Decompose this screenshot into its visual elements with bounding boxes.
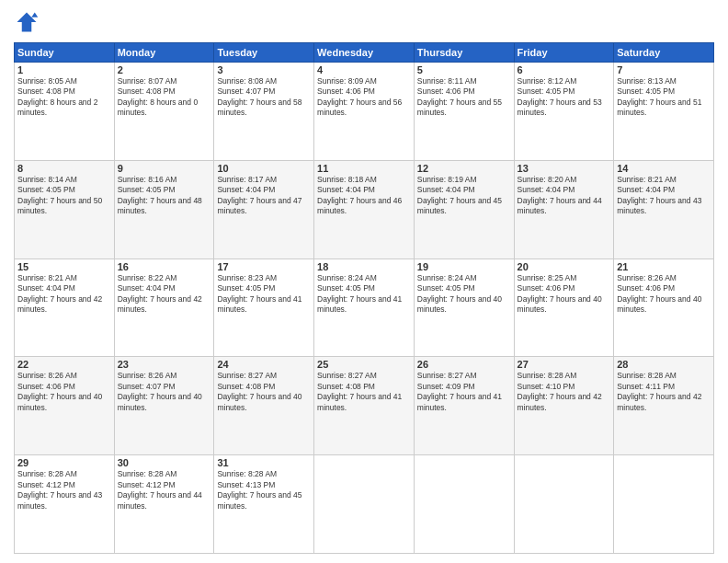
- weekday-header: Tuesday: [214, 43, 314, 63]
- calendar-cell: 12 Sunrise: 8:19 AMSunset: 4:04 PMDaylig…: [414, 160, 514, 259]
- day-number: 30: [118, 457, 211, 468]
- weekday-header: Saturday: [614, 43, 714, 63]
- day-number: 3: [217, 64, 311, 75]
- calendar-cell: 1 Sunrise: 8:05 AMSunset: 4:08 PMDayligh…: [15, 63, 115, 161]
- calendar-cell: 8 Sunrise: 8:14 AMSunset: 4:05 PMDayligh…: [15, 160, 115, 259]
- day-number: 29: [17, 457, 111, 468]
- day-info: Sunrise: 8:27 AMSunset: 4:09 PMDaylight:…: [417, 371, 502, 411]
- day-number: 9: [118, 163, 211, 174]
- day-info: Sunrise: 8:27 AMSunset: 4:08 PMDaylight:…: [217, 371, 301, 411]
- empty-cell: [614, 455, 714, 554]
- calendar-cell: 5 Sunrise: 8:11 AMSunset: 4:06 PMDayligh…: [414, 63, 514, 161]
- day-number: 22: [17, 359, 111, 370]
- day-number: 19: [417, 261, 511, 272]
- day-number: 12: [417, 163, 511, 174]
- calendar-cell: 17 Sunrise: 8:23 AMSunset: 4:05 PMDaylig…: [214, 259, 314, 357]
- calendar-cell: 20 Sunrise: 8:25 AMSunset: 4:06 PMDaylig…: [514, 259, 614, 357]
- day-info: Sunrise: 8:08 AMSunset: 4:07 PMDaylight:…: [217, 76, 301, 117]
- day-number: 7: [617, 64, 711, 75]
- day-info: Sunrise: 8:28 AMSunset: 4:12 PMDaylight:…: [17, 469, 102, 510]
- day-info: Sunrise: 8:28 AMSunset: 4:12 PMDaylight:…: [118, 469, 202, 510]
- calendar-cell: 11 Sunrise: 8:18 AMSunset: 4:04 PMDaylig…: [314, 160, 415, 259]
- weekday-header: Friday: [514, 43, 614, 63]
- day-info: Sunrise: 8:21 AMSunset: 4:04 PMDaylight:…: [617, 175, 701, 215]
- calendar-cell: 19 Sunrise: 8:24 AMSunset: 4:05 PMDaylig…: [414, 259, 514, 357]
- day-info: Sunrise: 8:09 AMSunset: 4:06 PMDaylight:…: [317, 76, 402, 117]
- day-number: 31: [217, 457, 311, 468]
- calendar-cell: 25 Sunrise: 8:27 AMSunset: 4:08 PMDaylig…: [314, 357, 415, 455]
- page: SundayMondayTuesdayWednesdayThursdayFrid…: [0, 0, 728, 563]
- day-info: Sunrise: 8:26 AMSunset: 4:06 PMDaylight:…: [17, 371, 102, 411]
- day-info: Sunrise: 8:28 AMSunset: 4:11 PMDaylight:…: [617, 371, 701, 411]
- day-info: Sunrise: 8:25 AMSunset: 4:06 PMDaylight:…: [518, 273, 602, 314]
- day-number: 4: [317, 64, 411, 75]
- day-number: 1: [17, 64, 111, 75]
- day-number: 25: [317, 359, 411, 370]
- calendar-cell: 6 Sunrise: 8:12 AMSunset: 4:05 PMDayligh…: [514, 63, 614, 161]
- day-info: Sunrise: 8:26 AMSunset: 4:07 PMDaylight:…: [118, 371, 202, 411]
- calendar-cell: 3 Sunrise: 8:08 AMSunset: 4:07 PMDayligh…: [214, 63, 314, 161]
- day-info: Sunrise: 8:27 AMSunset: 4:08 PMDaylight:…: [317, 371, 402, 411]
- day-number: 21: [617, 261, 711, 272]
- day-info: Sunrise: 8:24 AMSunset: 4:05 PMDaylight:…: [417, 273, 502, 314]
- calendar-cell: 22 Sunrise: 8:26 AMSunset: 4:06 PMDaylig…: [15, 357, 115, 455]
- empty-cell: [414, 455, 514, 554]
- calendar-cell: 16 Sunrise: 8:22 AMSunset: 4:04 PMDaylig…: [114, 259, 214, 357]
- logo-icon: [14, 9, 40, 35]
- weekday-header: Sunday: [15, 43, 115, 63]
- day-info: Sunrise: 8:16 AMSunset: 4:05 PMDaylight:…: [118, 175, 202, 215]
- day-info: Sunrise: 8:19 AMSunset: 4:04 PMDaylight:…: [417, 175, 502, 215]
- calendar-cell: 30 Sunrise: 8:28 AMSunset: 4:12 PMDaylig…: [114, 455, 214, 554]
- day-number: 26: [417, 359, 511, 370]
- calendar-cell: 24 Sunrise: 8:27 AMSunset: 4:08 PMDaylig…: [214, 357, 314, 455]
- day-number: 13: [518, 163, 611, 174]
- day-info: Sunrise: 8:28 AMSunset: 4:13 PMDaylight:…: [217, 469, 301, 510]
- day-number: 23: [118, 359, 211, 370]
- calendar-cell: 15 Sunrise: 8:21 AMSunset: 4:04 PMDaylig…: [15, 259, 115, 357]
- calendar-cell: 26 Sunrise: 8:27 AMSunset: 4:09 PMDaylig…: [414, 357, 514, 455]
- day-number: 14: [617, 163, 711, 174]
- day-info: Sunrise: 8:24 AMSunset: 4:05 PMDaylight:…: [317, 273, 402, 314]
- day-info: Sunrise: 8:11 AMSunset: 4:06 PMDaylight:…: [417, 76, 502, 117]
- logo: [14, 9, 43, 35]
- calendar-cell: 9 Sunrise: 8:16 AMSunset: 4:05 PMDayligh…: [114, 160, 214, 259]
- calendar-cell: 31 Sunrise: 8:28 AMSunset: 4:13 PMDaylig…: [214, 455, 314, 554]
- weekday-header: Wednesday: [314, 43, 415, 63]
- svg-marker-1: [31, 13, 38, 17]
- day-number: 5: [417, 64, 511, 75]
- calendar-cell: 18 Sunrise: 8:24 AMSunset: 4:05 PMDaylig…: [314, 259, 415, 357]
- day-info: Sunrise: 8:17 AMSunset: 4:04 PMDaylight:…: [217, 175, 301, 215]
- day-number: 10: [217, 163, 311, 174]
- calendar-cell: 23 Sunrise: 8:26 AMSunset: 4:07 PMDaylig…: [114, 357, 214, 455]
- calendar-cell: 2 Sunrise: 8:07 AMSunset: 4:08 PMDayligh…: [114, 63, 214, 161]
- day-info: Sunrise: 8:05 AMSunset: 4:08 PMDaylight:…: [17, 76, 97, 117]
- calendar-cell: 4 Sunrise: 8:09 AMSunset: 4:06 PMDayligh…: [314, 63, 415, 161]
- calendar-cell: 14 Sunrise: 8:21 AMSunset: 4:04 PMDaylig…: [614, 160, 714, 259]
- day-number: 24: [217, 359, 311, 370]
- calendar-cell: 10 Sunrise: 8:17 AMSunset: 4:04 PMDaylig…: [214, 160, 314, 259]
- calendar: SundayMondayTuesdayWednesdayThursdayFrid…: [14, 42, 714, 554]
- calendar-cell: 21 Sunrise: 8:26 AMSunset: 4:06 PMDaylig…: [614, 259, 714, 357]
- day-info: Sunrise: 8:12 AMSunset: 4:05 PMDaylight:…: [518, 76, 602, 117]
- day-number: 8: [17, 163, 111, 174]
- day-info: Sunrise: 8:14 AMSunset: 4:05 PMDaylight:…: [17, 175, 102, 215]
- day-number: 18: [317, 261, 411, 272]
- calendar-cell: 7 Sunrise: 8:13 AMSunset: 4:05 PMDayligh…: [614, 63, 714, 161]
- calendar-cell: 27 Sunrise: 8:28 AMSunset: 4:10 PMDaylig…: [514, 357, 614, 455]
- day-info: Sunrise: 8:13 AMSunset: 4:05 PMDaylight:…: [617, 76, 701, 117]
- day-info: Sunrise: 8:22 AMSunset: 4:04 PMDaylight:…: [118, 273, 202, 314]
- day-number: 17: [217, 261, 311, 272]
- day-info: Sunrise: 8:20 AMSunset: 4:04 PMDaylight:…: [518, 175, 602, 215]
- day-info: Sunrise: 8:18 AMSunset: 4:04 PMDaylight:…: [317, 175, 402, 215]
- day-number: 16: [118, 261, 211, 272]
- day-info: Sunrise: 8:21 AMSunset: 4:04 PMDaylight:…: [17, 273, 102, 314]
- calendar-cell: 28 Sunrise: 8:28 AMSunset: 4:11 PMDaylig…: [614, 357, 714, 455]
- day-number: 27: [518, 359, 611, 370]
- day-info: Sunrise: 8:07 AMSunset: 4:08 PMDaylight:…: [118, 76, 198, 117]
- calendar-cell: 29 Sunrise: 8:28 AMSunset: 4:12 PMDaylig…: [15, 455, 115, 554]
- day-number: 15: [17, 261, 111, 272]
- day-number: 28: [617, 359, 711, 370]
- empty-cell: [314, 455, 415, 554]
- empty-cell: [514, 455, 614, 554]
- weekday-header: Monday: [114, 43, 214, 63]
